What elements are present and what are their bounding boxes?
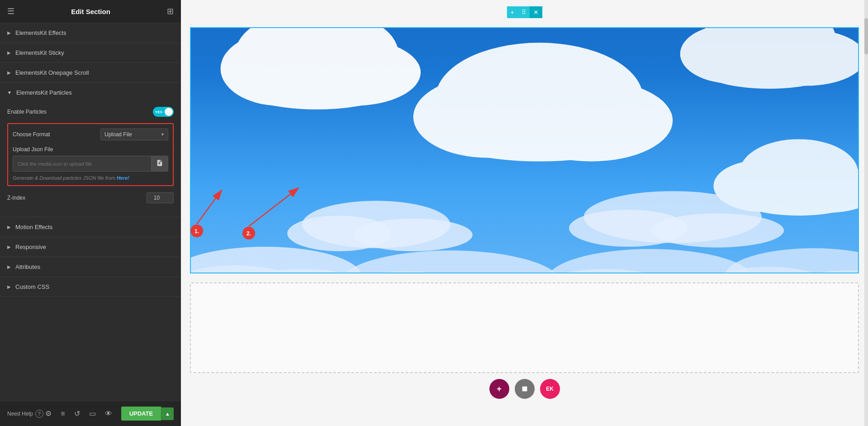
menu-icon[interactable]: ☰ — [7, 6, 14, 16]
fab-add-button[interactable]: + — [489, 379, 509, 399]
sticky-label: ElementsKit Sticky — [15, 49, 64, 56]
bottom-section — [190, 282, 859, 373]
enable-particles-label: Enable Particles — [7, 109, 47, 115]
gear-tool-icon[interactable]: ⚙ — [45, 409, 52, 418]
choose-format-label: Choose Format — [13, 131, 50, 138]
svg-point-34 — [650, 213, 784, 247]
sky-image — [191, 28, 858, 273]
svg-rect-35 — [522, 387, 527, 392]
arrow-icon: ▶ — [7, 225, 11, 230]
svg-point-8 — [428, 95, 650, 162]
choose-format-row: Choose Format Upload File — [13, 129, 168, 140]
toggle-track — [153, 107, 174, 117]
upload-label-row: Upload Json File — [13, 145, 168, 153]
sidebar-item-attributes[interactable]: ▶ Attributes — [0, 257, 181, 277]
particles-content: Enable Particles Choose Format — [0, 102, 181, 217]
format-select[interactable]: Upload File — [100, 129, 168, 140]
help-icon: ? — [35, 410, 43, 418]
format-select-wrapper: Upload File — [100, 129, 168, 140]
enable-particles-row: Enable Particles — [7, 107, 174, 117]
drag-section-button[interactable]: ⠿ — [518, 6, 530, 18]
hint-prefix: Generate & Download particles JSON file … — [13, 175, 117, 181]
section-toolbar: + ⠿ ✕ — [507, 6, 542, 18]
add-section-button[interactable]: + — [507, 6, 517, 18]
clouds-svg — [191, 28, 858, 273]
arrow-icon: ▶ — [7, 50, 11, 55]
fab-ek-button[interactable]: EK — [540, 379, 560, 399]
zindex-label: Z-index — [7, 195, 25, 201]
sidebar-item-responsive[interactable]: ▶ Responsive — [0, 237, 181, 257]
upload-file-input[interactable] — [13, 158, 151, 170]
update-dropdown-button[interactable]: ▲ — [161, 407, 174, 420]
arrow-icon: ▶ — [7, 70, 11, 75]
help-text: Need Help — [7, 411, 33, 417]
upload-hint: Generate & Download particles JSON file … — [13, 175, 168, 181]
custom-css-label: Custom CSS — [15, 283, 49, 290]
main-scrollbar[interactable] — [864, 0, 868, 426]
arrow-icon: ▶ — [7, 244, 11, 249]
sidebar-item-effects[interactable]: ▶ ElementsKit Effects — [0, 23, 181, 43]
upload-json-label: Upload Json File — [13, 146, 53, 153]
svg-point-12 — [695, 41, 843, 89]
sidebar-title: Edit Section — [14, 8, 167, 15]
eye-tool-icon[interactable]: 👁 — [105, 410, 112, 418]
zindex-input[interactable] — [147, 192, 174, 203]
particles-arrow-icon: ▼ — [7, 90, 12, 95]
need-help-link[interactable]: Need Help ? — [7, 410, 43, 418]
sidebar-header: ☰ Edit Section ⊞ — [0, 0, 181, 23]
footer-tools: ⚙ ≡ ↺ ▭ 👁 UPDATE ▲ — [45, 407, 174, 421]
particles-label: ElementsKit Particles — [16, 89, 72, 96]
arrow-icon: ▶ — [7, 30, 11, 35]
effects-label: ElementsKit Effects — [15, 29, 66, 36]
history-tool-icon[interactable]: ↺ — [74, 409, 80, 418]
sky-section — [190, 27, 859, 273]
upload-media-button[interactable] — [151, 156, 168, 171]
hint-link[interactable]: Here! — [117, 175, 129, 181]
svg-point-31 — [354, 219, 473, 251]
motion-label: Motion Effects — [15, 224, 52, 230]
close-section-button[interactable]: ✕ — [530, 6, 542, 18]
layers-tool-icon[interactable]: ≡ — [61, 410, 65, 418]
stop-icon — [521, 385, 528, 392]
sidebar-item-onepage[interactable]: ▶ ElementsKit Onepage Scroll — [0, 63, 181, 83]
particles-section: ▼ ElementsKit Particles Enable Particles — [0, 83, 181, 217]
main-content: + ⠿ ✕ — [181, 0, 868, 426]
update-btn-group: UPDATE ▲ — [121, 407, 174, 421]
sidebar-item-custom-css[interactable]: ▶ Custom CSS — [0, 277, 181, 297]
sidebar-footer: Need Help ? ⚙ ≡ ↺ ▭ 👁 UPDATE ▲ — [0, 401, 181, 426]
sidebar: ☰ Edit Section ⊞ ▶ ElementsKit Effects ▶… — [0, 0, 181, 426]
enable-particles-toggle[interactable] — [153, 107, 174, 117]
toggle-thumb — [165, 108, 173, 116]
update-button[interactable]: UPDATE — [121, 407, 161, 421]
arrow-icon: ▶ — [7, 264, 11, 269]
sidebar-item-sticky[interactable]: ▶ ElementsKit Sticky — [0, 43, 181, 63]
grid-icon[interactable]: ⊞ — [167, 6, 174, 16]
canvas-area: + ⠿ ✕ — [181, 0, 868, 426]
sidebar-content: ▶ ElementsKit Effects ▶ ElementsKit Stic… — [0, 23, 181, 401]
sidebar-item-motion[interactable]: ▶ Motion Effects — [0, 217, 181, 237]
attributes-label: Attributes — [15, 263, 40, 270]
floating-buttons: + EK — [489, 379, 560, 399]
responsive-tool-icon[interactable]: ▭ — [89, 409, 96, 418]
highlighted-box: Choose Format Upload File Upload Json Fi… — [7, 123, 174, 186]
onepage-label: ElementsKit Onepage Scroll — [15, 69, 89, 76]
particles-header[interactable]: ▼ ElementsKit Particles — [0, 83, 181, 102]
fab-stop-button[interactable] — [515, 379, 535, 399]
scrollbar-thumb[interactable] — [864, 18, 868, 54]
upload-input-row — [13, 156, 168, 172]
zindex-row: Z-index — [7, 192, 174, 203]
upload-icon — [156, 159, 163, 167]
arrow-icon: ▶ — [7, 284, 11, 289]
svg-point-4 — [228, 50, 406, 110]
responsive-label: Responsive — [15, 244, 46, 250]
